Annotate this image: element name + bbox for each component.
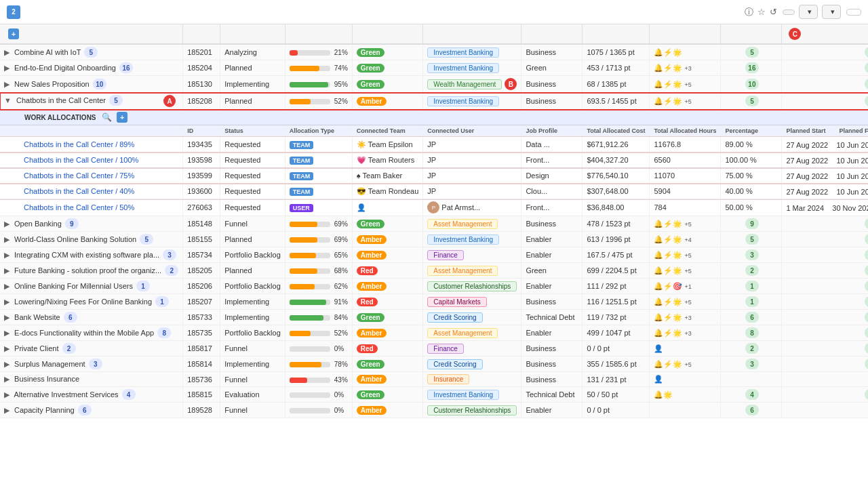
initiative-row: ▶ Future Banking - solution proof the or… [0,263,868,279]
team-name: Team Epsilon [368,140,413,148]
initiative-rag: Amber [352,232,422,247]
search-icon[interactable]: 🔍 [102,113,112,122]
expand-icon[interactable]: ▶ [4,406,9,414]
initiative-name: Integrating CXM with existing software p… [14,251,159,259]
initiative-row: ▶ Open Banking 9 185148 Funnel 69% Green… [0,216,868,232]
initiative-value-type: Business [521,341,583,357]
initiative-row: ▶ Private Client 2 185817 Funnel 0% Red … [0,341,868,357]
actions-button[interactable] [846,9,861,16]
teams-icons: 🔔🌟 [654,390,673,399]
expand-icon[interactable]: ▼ [4,96,12,104]
initiative-progress: 62% [285,279,352,294]
expand-icon[interactable]: ▶ [4,298,9,306]
wa-id: 193599 [183,168,220,184]
initiative-portfolio: Credit Scoring [423,310,521,325]
initiative-teams: 👤 [650,372,721,387]
expand-icon[interactable]: ▶ [4,375,9,383]
initiative-id: 185148 [183,216,220,232]
initiative-value-type: Enabler [521,279,583,294]
expand-icon[interactable]: ▶ [4,390,9,399]
rag-badge: Green [357,48,384,57]
filter-cards-btn[interactable] [783,9,795,15]
initiative-state: Implementing [220,294,285,310]
initiative-progress: 52% [285,325,352,341]
initiative-rag: Green [352,357,422,372]
initiative-id: 185734 [183,247,220,263]
team-name: Team Routers [368,156,414,164]
user-filter[interactable]: ▾ [822,5,841,19]
add-wa-button[interactable]: + [117,112,127,123]
wa-name: Chatbots in the Call Center / 100% [0,152,183,168]
initiative-name: Lowering/Nixing Fees For Online Banking [14,298,152,306]
col-initiatives: + [0,24,183,44]
planned-finish: 10 Jun 2023 [836,141,868,149]
initiative-progress: 0% [285,403,352,418]
initiative-name: Business Insurance [14,375,79,383]
expand-icon[interactable]: ▶ [4,64,9,72]
initiative-open-wa: 3 [782,357,868,372]
count-badge: 2 [165,265,178,276]
add-initiative-button[interactable]: + [8,28,19,39]
initiative-state: Analyzing [220,44,285,60]
wa-id: 193435 [183,137,220,152]
wa-job: Data ... [521,137,583,152]
teams-icons: 🔔⚡🌟 [654,251,682,259]
initiative-rag: Green [352,310,422,325]
initiative-state: Funnel [220,216,285,232]
count-badge: 5 [140,234,153,245]
wa-alloc-type: TEAM [285,168,352,184]
initiative-progress: 0% [285,341,352,357]
wa-team: 💗 Team Routers [352,152,422,168]
col-effort [583,24,650,44]
initiative-progress: 74% [285,60,352,76]
initiative-wa-count: 6 [721,310,782,325]
initiative-rag: Green [352,76,422,93]
expand-icon[interactable]: ▶ [4,251,9,259]
expand-icon[interactable]: ▶ [4,235,9,243]
wa-dates: 27 Aug 2022 10 Jun 2023 ✕ 11 [782,184,868,199]
initiative-id: 185206 [183,279,220,294]
expand-icon[interactable]: ▶ [4,282,9,290]
initiative-wa-count: 10 [721,76,782,93]
expand-icon[interactable]: ▶ [4,48,9,56]
expand-icon[interactable]: ▶ [4,329,9,337]
wa-cost: $36,848.00 [583,199,650,216]
expand-icon[interactable]: ▶ [4,220,9,228]
initiative-value-type: Business [521,93,583,110]
expand-icon[interactable]: ▶ [4,344,9,352]
initiative-portfolio: Investment Banking [423,232,521,247]
initiative-progress: 69% [285,216,352,232]
col-state [220,24,285,44]
expand-icon[interactable]: ▶ [4,313,9,321]
initiative-id: 189528 [183,403,220,418]
initiative-name: Capacity Planning [14,406,75,414]
initiative-effort: 50 / 50 pt [583,387,650,403]
portfolio-filter[interactable]: ▾ [799,5,818,19]
teams-icons: 🔔⚡🌟 [654,48,682,56]
expand-icon[interactable]: ▶ [4,266,9,274]
initiative-state: Funnel [220,341,285,357]
info-icon[interactable]: ⓘ [745,6,753,18]
expand-icon[interactable]: ▶ [4,360,9,368]
initiative-effort: 478 / 1523 pt [583,216,650,232]
initiative-row: ▼ Chatbots in the Call Center 5 A 185208… [0,93,868,110]
initiatives-tbody: ▶ Combine AI with IoT 5 185201 Analyzing… [0,44,868,418]
progress-bar [290,378,330,383]
star-icon[interactable]: ☆ [757,7,766,17]
portfolio-tag: Customer Relashionships [427,281,517,291]
initiative-wa-count: 1 [721,294,782,310]
initiative-effort: 693.5 / 1455 pt [583,93,650,110]
expand-icon[interactable]: ▶ [4,80,9,88]
teams-extra: +5 [684,252,691,259]
teams-icons: 👤 [654,375,663,383]
initiative-open-wa: 9 [782,216,868,232]
initiative-wa-count: 5 [721,93,782,110]
wa-col-dates: Planned Start Planned Finish Overloaded … [782,125,868,137]
initiative-row: ▶ Lowering/Nixing Fees For Online Bankin… [0,294,868,310]
initiative-effort: 116 / 1251.5 pt [583,294,650,310]
initiative-value-type: Enabler [521,403,583,418]
count-badge: 4 [122,389,136,400]
planned-start: 27 Aug 2022 [786,188,828,196]
initiative-name: Chatbots in the Call Center [16,96,106,104]
refresh-icon[interactable]: ↺ [770,7,777,17]
